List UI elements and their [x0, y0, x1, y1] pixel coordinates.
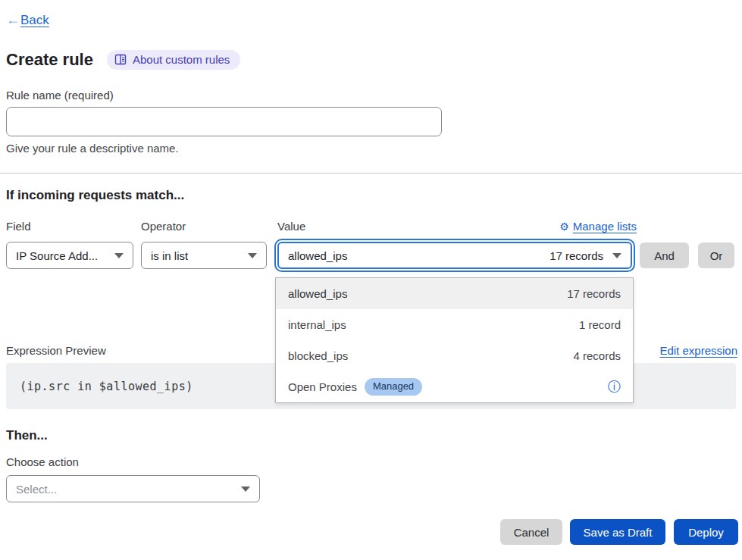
value-label: Value: [277, 220, 305, 233]
list-name: internal_ips: [288, 318, 346, 331]
value-select-value: allowed_ips: [288, 249, 347, 262]
operator-select-value: is in list: [151, 249, 188, 262]
managed-badge: Managed: [365, 378, 422, 396]
info-icon[interactable]: ⓘ: [608, 380, 621, 393]
list-record-count: 1 record: [579, 318, 621, 331]
operator-label: Operator: [141, 220, 186, 233]
back-link[interactable]: ←Back: [6, 12, 49, 28]
edit-expression-link[interactable]: Edit expression: [659, 344, 737, 357]
back-arrow-icon: ←: [6, 12, 20, 28]
expression-code: (ip.src in $allowed_ips): [20, 380, 193, 393]
dropdown-option-open-proxies[interactable]: Open Proxies Managed ⓘ: [276, 371, 633, 402]
action-select[interactable]: Select...: [6, 475, 260, 502]
dropdown-option-internal-ips[interactable]: internal_ips 1 record: [276, 309, 633, 340]
book-icon: [114, 54, 127, 65]
value-select[interactable]: allowed_ips 17 records: [277, 242, 632, 269]
section-divider: [0, 173, 742, 174]
choose-action-label: Choose action: [6, 455, 79, 468]
gear-icon: ⚙: [559, 221, 569, 232]
title-row: Create rule About custom rules: [6, 50, 240, 70]
chevron-down-icon: [612, 253, 621, 258]
back-link-label: Back: [20, 13, 49, 28]
list-name: Open Proxies: [288, 380, 357, 393]
list-record-count: 4 records: [573, 349, 621, 362]
chevron-down-icon: [241, 486, 250, 492]
field-label: Field: [6, 220, 31, 233]
rule-name-label: Rule name (required): [6, 89, 114, 102]
chevron-down-icon: [114, 253, 124, 258]
rule-name-input[interactable]: [6, 107, 442, 136]
action-select-placeholder: Select...: [16, 483, 57, 496]
match-section-heading: If incoming requests match...: [6, 188, 184, 203]
then-section-heading: Then...: [6, 428, 48, 443]
about-custom-rules-link[interactable]: About custom rules: [107, 50, 240, 70]
manage-lists-link[interactable]: ⚙ Manage lists: [553, 220, 637, 233]
cancel-button[interactable]: Cancel: [500, 519, 562, 545]
deploy-button[interactable]: Deploy: [674, 519, 738, 545]
list-name: allowed_ips: [288, 287, 347, 300]
list-name: blocked_ips: [288, 349, 348, 362]
save-as-draft-button[interactable]: Save as Draft: [570, 519, 665, 545]
field-select[interactable]: IP Source Add...: [6, 242, 133, 269]
dropdown-option-blocked-ips[interactable]: blocked_ips 4 records: [276, 340, 633, 371]
page-title: Create rule: [6, 50, 93, 70]
about-badge-label: About custom rules: [133, 53, 230, 66]
chevron-down-icon: [248, 253, 257, 258]
and-button[interactable]: And: [640, 242, 689, 268]
manage-lists-label: Manage lists: [573, 220, 637, 233]
value-dropdown-panel: allowed_ips 17 records internal_ips 1 re…: [275, 277, 634, 403]
value-select-records: 17 records: [549, 249, 603, 262]
create-rule-page: ←Back Create rule About custom rules Rul…: [0, 0, 742, 560]
rule-name-helper-text: Give your rule a descriptive name.: [6, 142, 179, 155]
operator-select[interactable]: is in list: [141, 242, 267, 269]
or-button[interactable]: Or: [698, 242, 734, 268]
list-record-count: 17 records: [567, 287, 621, 300]
field-select-value: IP Source Add...: [16, 249, 98, 262]
dropdown-option-allowed-ips[interactable]: allowed_ips 17 records: [276, 278, 633, 309]
expression-preview-label: Expression Preview: [6, 344, 106, 357]
